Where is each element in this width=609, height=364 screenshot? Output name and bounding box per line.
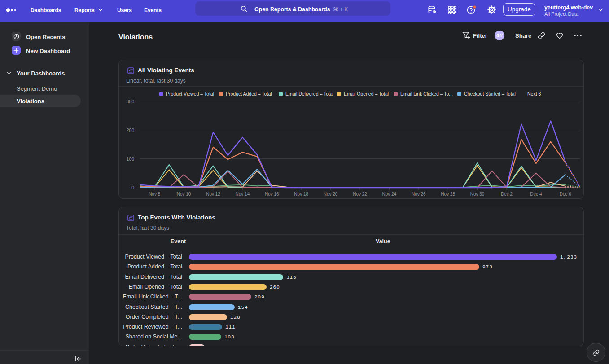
svg-text:Nov 8: Nov 8 bbox=[149, 192, 161, 197]
svg-text:Nov 16: Nov 16 bbox=[265, 192, 279, 197]
svg-text:Nov 10: Nov 10 bbox=[177, 192, 191, 197]
svg-text:Nov 26: Nov 26 bbox=[412, 192, 426, 197]
svg-text:200: 200 bbox=[126, 127, 134, 133]
svg-text:Dec 6: Dec 6 bbox=[560, 192, 572, 197]
svg-text:Dec 4: Dec 4 bbox=[530, 192, 542, 197]
svg-text:Nov 30: Nov 30 bbox=[470, 192, 485, 197]
svg-text:Nov 18: Nov 18 bbox=[294, 192, 308, 197]
svg-text:Nov 22: Nov 22 bbox=[353, 192, 367, 197]
svg-text:100: 100 bbox=[126, 156, 134, 162]
svg-text:Nov 24: Nov 24 bbox=[382, 192, 397, 197]
svg-text:300: 300 bbox=[126, 99, 134, 104]
svg-text:Nov 20: Nov 20 bbox=[324, 192, 338, 197]
svg-text:Nov 12: Nov 12 bbox=[206, 192, 220, 197]
svg-text:0: 0 bbox=[131, 185, 134, 190]
svg-text:Dec 2: Dec 2 bbox=[501, 192, 513, 197]
svg-text:Nov 28: Nov 28 bbox=[441, 192, 455, 197]
svg-text:Nov 14: Nov 14 bbox=[236, 192, 250, 197]
